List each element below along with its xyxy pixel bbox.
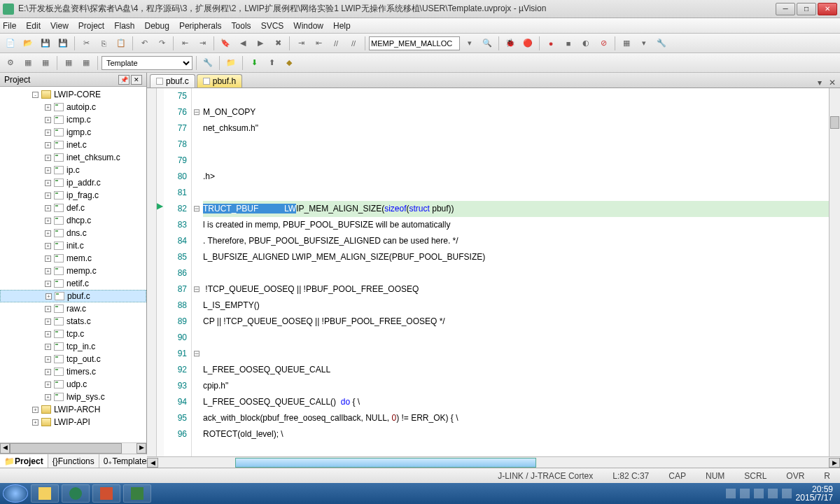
copy-button[interactable]: ⎘ — [96, 36, 111, 51]
task-app-2[interactable] — [92, 484, 120, 503]
tree-expander-icon[interactable]: + — [45, 104, 51, 111]
tree-expander-icon[interactable]: + — [45, 394, 51, 400]
tree-file-dhcp-c[interactable]: +dhcp.c — [0, 214, 146, 227]
fold-gutter[interactable]: ⊟⊟⊟⊟ — [192, 88, 202, 456]
menu-peripherals[interactable]: Peripherals — [179, 21, 222, 31]
project-tree[interactable]: -LWIP-CORE+autoip.c+icmp.c+igmp.c+inet.c… — [0, 87, 146, 442]
tray-volume-icon[interactable] — [754, 489, 764, 498]
project-tab-project[interactable]: 📁 Project — [0, 454, 48, 468]
tree-expander-icon[interactable]: + — [45, 306, 51, 312]
tree-expander-icon[interactable]: + — [45, 344, 51, 350]
nav-back-button[interactable]: ⇤ — [177, 36, 192, 51]
tree-file-ip_frag-c[interactable]: +ip_frag.c — [0, 189, 146, 202]
code-text[interactable]: M_ON_COPYnet_chksum.h".h>TRUCT_PBUF LWIP… — [202, 88, 840, 456]
tree-expander-icon[interactable]: + — [45, 230, 51, 237]
download-button[interactable]: ⬇ — [246, 55, 262, 71]
config-button[interactable]: 🔧 — [654, 36, 669, 51]
tree-expander-icon[interactable]: + — [45, 255, 51, 262]
tree-expander-icon[interactable]: + — [45, 356, 51, 363]
comment-button[interactable]: // — [328, 36, 344, 51]
system-tray[interactable]: 20:59 2015/7/17 — [726, 485, 837, 502]
hscroll-right-button[interactable]: ▶ — [829, 458, 840, 468]
menu-flash[interactable]: Flash — [114, 21, 134, 31]
tree-file-stats-c[interactable]: +stats.c — [0, 315, 146, 328]
new-file-button[interactable]: 📄 — [3, 36, 18, 51]
editor-hscrollbar[interactable]: ◀ ▶ — [147, 456, 840, 468]
stop-record-button[interactable]: ■ — [561, 36, 576, 51]
scroll-left-icon[interactable]: ◀ — [0, 443, 10, 454]
scroll-right-icon[interactable]: ▶ — [136, 443, 146, 454]
tree-expander-icon[interactable]: + — [45, 142, 51, 148]
tree-file-pbuf-c[interactable]: +pbuf.c — [0, 290, 146, 302]
menu-svcs[interactable]: SVCS — [261, 21, 284, 31]
tree-expander-icon[interactable]: + — [45, 281, 51, 287]
vscroll-thumb[interactable] — [830, 116, 839, 129]
menu-file[interactable]: File — [3, 21, 16, 31]
tree-expander-icon[interactable]: + — [46, 293, 52, 300]
bookmark-button[interactable]: 🔖 — [218, 36, 233, 51]
tree-expander-icon[interactable]: + — [45, 382, 51, 388]
tray-ime-icon[interactable] — [768, 489, 778, 498]
redo-button[interactable]: ↷ — [154, 36, 169, 51]
options-button[interactable]: 🔧 — [200, 55, 216, 71]
tree-expander-icon[interactable]: + — [45, 192, 51, 199]
menu-edit[interactable]: Edit — [26, 21, 41, 31]
editor-tab-pbuf-h[interactable]: pbuf.h — [197, 74, 242, 88]
menu-help[interactable]: Help — [333, 21, 351, 31]
bookmark-next-button[interactable]: ▶ — [253, 36, 268, 51]
tree-file-inet-c[interactable]: +inet.c — [0, 139, 146, 151]
tree-file-raw-c[interactable]: +raw.c — [0, 302, 146, 315]
save-button[interactable]: 💾 — [38, 36, 53, 51]
tree-file-tcp_out-c[interactable]: +tcp_out.c — [0, 353, 146, 365]
tray-clock[interactable]: 20:59 2015/7/17 — [796, 485, 833, 502]
target-combo[interactable]: Template — [102, 56, 192, 70]
build-button[interactable]: ▦ — [20, 55, 36, 71]
tray-network-icon[interactable] — [740, 489, 750, 498]
project-tab-functions[interactable]: {} Functions — [48, 454, 99, 468]
manage-button[interactable]: 📁 — [223, 55, 239, 71]
tray-flag-icon[interactable] — [726, 489, 736, 498]
open-file-button[interactable]: 📂 — [20, 36, 36, 51]
tree-expander-icon[interactable]: + — [45, 155, 51, 161]
menu-view[interactable]: View — [50, 21, 69, 31]
tree-expander-icon[interactable]: + — [45, 318, 51, 325]
minimize-button[interactable]: ─ — [776, 3, 795, 15]
editor-tabs-dropdown-icon[interactable]: ▾ — [815, 78, 825, 88]
close-button[interactable]: ✕ — [818, 3, 837, 15]
tree-expander-icon[interactable]: + — [45, 180, 51, 186]
tree-file-timers-c[interactable]: +timers.c — [0, 365, 146, 378]
tree-file-igmp-c[interactable]: +igmp.c — [0, 126, 146, 139]
indent-button[interactable]: ⇥ — [293, 36, 309, 51]
tree-file-netif-c[interactable]: +netif.c — [0, 277, 146, 290]
load-button[interactable]: ◆ — [281, 55, 297, 71]
tree-expander-icon[interactable]: + — [45, 167, 51, 174]
tree-hscrollbar[interactable]: ◀ ▶ — [0, 442, 146, 454]
tree-file-mem-c[interactable]: +mem.c — [0, 252, 146, 265]
kill-button[interactable]: ⊘ — [596, 36, 611, 51]
nav-fwd-button[interactable]: ⇥ — [195, 36, 210, 51]
tree-expander-icon[interactable]: + — [45, 369, 51, 375]
tree-file-autoip-c[interactable]: +autoip.c — [0, 101, 146, 113]
tree-file-lwip_sys-c[interactable]: +lwip_sys.c — [0, 391, 146, 403]
debug-button[interactable]: 🐞 — [503, 36, 518, 51]
tree-file-def-c[interactable]: +def.c — [0, 202, 146, 214]
task-app-3[interactable] — [123, 484, 151, 503]
hscroll-thumb[interactable] — [235, 458, 536, 468]
tree-expander-icon[interactable]: + — [45, 205, 51, 211]
tree-file-init-c[interactable]: +init.c — [0, 239, 146, 252]
tree-expander-icon[interactable]: + — [45, 331, 51, 337]
tree-file-tcp-c[interactable]: +tcp.c — [0, 328, 146, 340]
breakpoint-button[interactable]: 🔴 — [520, 36, 536, 51]
tree-file-udp-c[interactable]: +udp.c — [0, 378, 146, 391]
editor-tabs-close-icon[interactable]: ✕ — [827, 78, 837, 88]
tree-file-ip-c[interactable]: +ip.c — [0, 164, 146, 176]
tree-file-tcp_in-c[interactable]: +tcp_in.c — [0, 340, 146, 353]
tree-expander-icon[interactable]: + — [45, 243, 51, 249]
breakpoint-gutter[interactable] — [147, 88, 157, 456]
rebuild-button[interactable]: ▦ — [38, 55, 53, 71]
project-pane-pin-button[interactable]: 📌 — [118, 75, 130, 85]
code-editor[interactable]: ▶ 75767778798081828384858687888990919293… — [147, 88, 840, 456]
cut-button[interactable]: ✂ — [78, 36, 94, 51]
layout-dropdown-button[interactable]: ▾ — [636, 36, 652, 51]
tray-misc-icon[interactable] — [782, 489, 792, 498]
